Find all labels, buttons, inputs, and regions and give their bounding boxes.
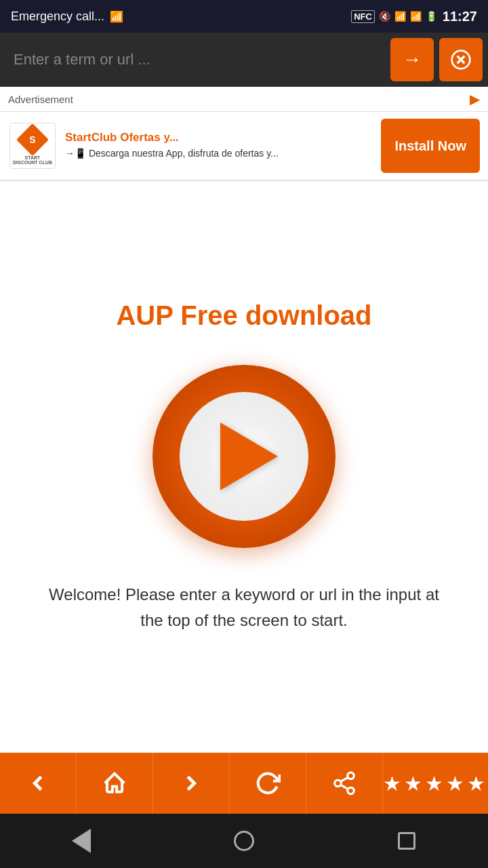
signal-icon: 📶 [110, 10, 123, 23]
close-icon [450, 49, 472, 71]
search-go-button[interactable]: → [390, 38, 434, 81]
ad-text: StartClub Ofertas y... →📱 Descarga nuest… [65, 131, 373, 161]
time-display: 11:27 [443, 9, 477, 24]
bottom-nav: ★★★★★ [0, 753, 488, 814]
play-inner [180, 392, 308, 521]
refresh-icon [255, 770, 281, 796]
status-bar-title: Emergency call... 📶 [11, 9, 123, 24]
ad-logo-inner: S STARTDISCOUNT CLUB [9, 123, 56, 169]
back-icon [25, 770, 51, 796]
ad-title: StartClub Ofertas y... [65, 131, 373, 144]
ad-bar: Advertisement ▶ [0, 87, 488, 112]
ad-logo: S STARTDISCOUNT CLUB [8, 121, 57, 170]
search-input[interactable] [5, 45, 385, 74]
ad-content: S STARTDISCOUNT CLUB StartClub Ofertas y… [0, 112, 488, 181]
refresh-button[interactable] [230, 753, 306, 814]
page-title: AUP Free download [116, 300, 371, 331]
svg-point-4 [335, 780, 342, 787]
forward-icon [178, 770, 204, 796]
battery-icon: 🔋 [426, 11, 437, 22]
svg-point-5 [348, 787, 354, 794]
emergency-call-text: Emergency call... [11, 9, 104, 24]
play-triangle-icon [220, 422, 278, 490]
system-recents-icon [398, 832, 415, 850]
forward-button[interactable] [153, 753, 230, 814]
system-back-icon [72, 829, 91, 853]
ad-description: →📱 Descarga nuestra App, disfruta de ofe… [65, 147, 373, 161]
svg-line-7 [341, 777, 348, 781]
svg-line-6 [341, 785, 348, 789]
system-nav-bar [0, 814, 488, 868]
advertisement-label: Advertisement [8, 94, 73, 105]
welcome-text: Welcome! Please enter a keyword or url i… [41, 582, 447, 634]
status-bar: Emergency call... 📶 NFC 🔇 📶 📶 🔋 11:27 [0, 0, 488, 33]
main-content: AUP Free download Welcome! Please enter … [0, 181, 488, 753]
back-button[interactable] [0, 753, 77, 814]
status-icons: NFC 🔇 📶 📶 🔋 [351, 10, 437, 23]
nfc-icon: NFC [351, 10, 375, 23]
rating-area[interactable]: ★★★★★ [383, 772, 488, 795]
system-home-icon [234, 831, 254, 851]
system-recents-button[interactable] [390, 824, 424, 858]
play-button[interactable] [152, 365, 336, 548]
status-bar-right: NFC 🔇 📶 📶 🔋 11:27 [351, 9, 477, 24]
home-icon [102, 770, 127, 796]
system-home-button[interactable] [227, 824, 261, 858]
svg-point-3 [348, 772, 354, 779]
home-button[interactable] [77, 753, 153, 814]
system-back-button[interactable] [64, 824, 98, 858]
sim-icon: 📶 [410, 11, 422, 22]
wifi-icon: 📶 [394, 11, 406, 22]
ad-sponsor-icon: ▶ [470, 91, 480, 107]
share-icon [331, 770, 357, 796]
search-bar: → [0, 33, 488, 87]
share-button[interactable] [306, 753, 383, 814]
install-now-button[interactable]: Install Now [381, 119, 480, 173]
mute-icon: 🔇 [379, 11, 390, 22]
search-clear-button[interactable] [439, 38, 483, 81]
